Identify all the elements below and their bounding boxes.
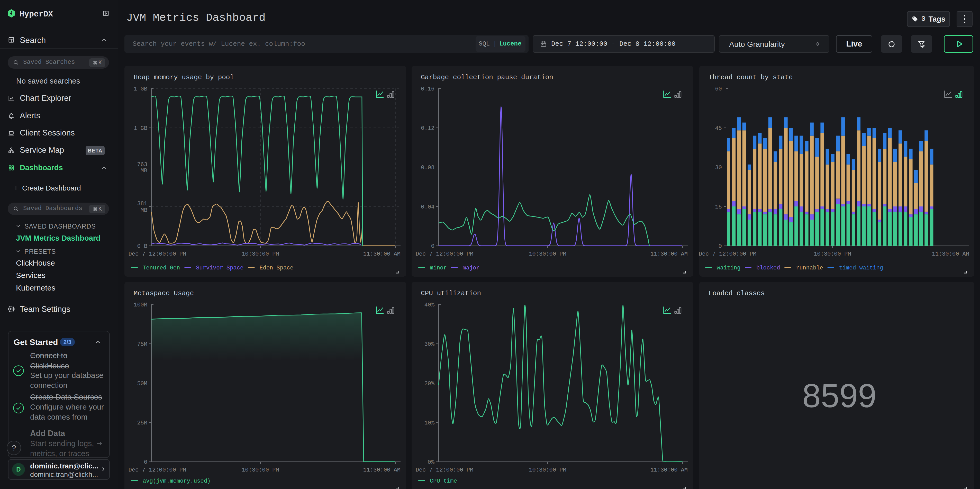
svg-text:0.12: 0.12 xyxy=(421,125,434,132)
svg-text:major: major xyxy=(463,265,480,271)
svg-text:blocked: blocked xyxy=(756,265,780,271)
svg-text:Dec 7 12:00:00 PM: Dec 7 12:00:00 PM xyxy=(416,467,473,473)
svg-text:8599: 8599 xyxy=(802,377,877,414)
svg-text:1 GB: 1 GB xyxy=(134,125,147,132)
svg-text:25M: 25M xyxy=(137,420,147,426)
svg-text:10:30:00 PM: 10:30:00 PM xyxy=(242,467,279,473)
svg-text:MB: MB xyxy=(141,167,147,174)
svg-text:0.04: 0.04 xyxy=(421,204,434,210)
svg-text:0 B: 0 B xyxy=(137,243,147,250)
svg-text:Heap memory usage by pool: Heap memory usage by pool xyxy=(134,73,234,81)
svg-text:0.08: 0.08 xyxy=(421,164,434,171)
svg-text:Tenured Gen: Tenured Gen xyxy=(143,265,180,271)
svg-text:15: 15 xyxy=(715,204,722,210)
svg-text:30: 30 xyxy=(715,164,722,171)
svg-text:Survivor Space: Survivor Space xyxy=(196,265,243,271)
svg-text:MB: MB xyxy=(141,207,147,213)
svg-text:45: 45 xyxy=(715,125,722,132)
svg-text:0%: 0% xyxy=(428,459,435,466)
svg-text:minor: minor xyxy=(430,265,447,271)
svg-text:Dec 7 12:00:00 PM: Dec 7 12:00:00 PM xyxy=(129,251,186,257)
svg-text:0: 0 xyxy=(144,459,147,466)
svg-text:60: 60 xyxy=(715,86,722,92)
svg-text:Garbage collection pause durat: Garbage collection pause duration xyxy=(421,73,553,81)
svg-text:Metaspace Usage: Metaspace Usage xyxy=(134,290,194,297)
svg-text:100M: 100M xyxy=(134,302,147,308)
svg-text:11:30:00 AM: 11:30:00 AM xyxy=(363,251,401,257)
svg-text:Dec 7 12:00:00 PM: Dec 7 12:00:00 PM xyxy=(416,251,473,257)
svg-text:50M: 50M xyxy=(137,381,147,387)
svg-text:10%: 10% xyxy=(424,420,434,426)
svg-text:runnable: runnable xyxy=(796,265,823,271)
svg-text:10:30:00 PM: 10:30:00 PM xyxy=(529,467,566,473)
svg-text:40%: 40% xyxy=(424,302,434,308)
svg-text:0: 0 xyxy=(719,243,722,250)
svg-text:Loaded classes: Loaded classes xyxy=(708,290,765,297)
svg-text:avg(jvm.memory.used): avg(jvm.memory.used) xyxy=(143,478,210,484)
svg-text:30%: 30% xyxy=(424,341,434,347)
svg-text:Dec 7 12:00:00 PM: Dec 7 12:00:00 PM xyxy=(699,251,756,257)
svg-text:Thread count by state: Thread count by state xyxy=(708,73,793,81)
svg-text:11:30:00 AM: 11:30:00 AM xyxy=(651,251,688,257)
svg-text:11:30:00 AM: 11:30:00 AM xyxy=(363,467,401,473)
svg-text:20%: 20% xyxy=(424,381,434,387)
svg-text:Dec 7 12:00:00 PM: Dec 7 12:00:00 PM xyxy=(129,467,186,473)
svg-text:CPU utilization: CPU utilization xyxy=(421,290,481,297)
svg-text:763: 763 xyxy=(137,161,147,168)
svg-text:waiting: waiting xyxy=(717,265,740,271)
svg-text:Eden Space: Eden Space xyxy=(260,265,294,271)
svg-text:timed_waiting: timed_waiting xyxy=(839,265,883,271)
svg-text:CPU time: CPU time xyxy=(430,478,457,484)
svg-text:10:30:00 PM: 10:30:00 PM xyxy=(242,251,279,257)
svg-text:11:30:00 AM: 11:30:00 AM xyxy=(651,467,688,473)
svg-text:0.16: 0.16 xyxy=(421,86,434,92)
svg-text:10:30:00 PM: 10:30:00 PM xyxy=(814,251,851,257)
svg-text:1 GB: 1 GB xyxy=(134,86,147,92)
svg-text:381: 381 xyxy=(137,201,147,207)
svg-text:10:30:00 PM: 10:30:00 PM xyxy=(529,251,566,257)
svg-text:0: 0 xyxy=(431,243,434,250)
svg-text:11:30:00 AM: 11:30:00 AM xyxy=(932,251,969,257)
svg-text:75M: 75M xyxy=(137,341,147,347)
